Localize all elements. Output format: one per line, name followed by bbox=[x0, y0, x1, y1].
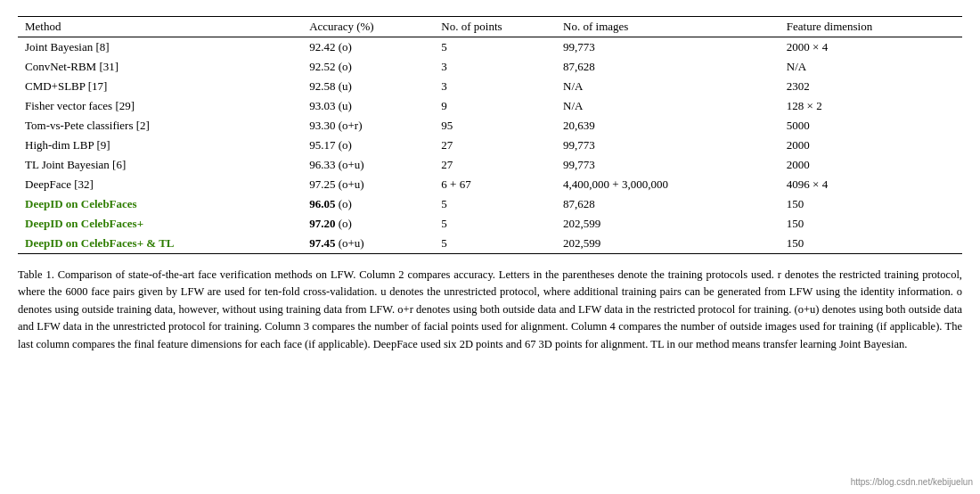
cell-accuracy: 93.30 (o+r) bbox=[302, 116, 434, 136]
cell-images: 99,773 bbox=[556, 155, 780, 175]
cell-accuracy: 97.25 (o+u) bbox=[302, 175, 434, 194]
cell-feature: 4096 × 4 bbox=[780, 175, 962, 194]
cell-images: 87,628 bbox=[556, 57, 780, 77]
table-row: CMD+SLBP [17]92.58 (u)3N/A2302 bbox=[18, 77, 962, 96]
cell-points: 5 bbox=[434, 194, 556, 214]
cell-points: 5 bbox=[434, 234, 556, 254]
cell-images: 87,628 bbox=[556, 194, 780, 214]
cell-method: TL Joint Bayesian [6] bbox=[18, 155, 302, 175]
cell-points: 3 bbox=[434, 57, 556, 77]
cell-method: Tom-vs-Pete classifiers [2] bbox=[18, 116, 302, 136]
table-row: Fisher vector faces [29]93.03 (u)9N/A128… bbox=[18, 96, 962, 116]
table-row: ConvNet-RBM [31]92.52 (o)387,628N/A bbox=[18, 57, 962, 77]
cell-images: 202,599 bbox=[556, 214, 780, 234]
header-points: No. of points bbox=[434, 17, 556, 37]
header-method: Method bbox=[18, 17, 302, 37]
cell-method: Fisher vector faces [29] bbox=[18, 96, 302, 116]
cell-method: ConvNet-RBM [31] bbox=[18, 57, 302, 77]
comparison-table-wrapper: Method Accuracy (%) No. of points No. of… bbox=[18, 16, 962, 254]
cell-method: High-dim LBP [9] bbox=[18, 136, 302, 155]
cell-images: 4,400,000 + 3,000,000 bbox=[556, 175, 780, 194]
cell-method: Joint Bayesian [8] bbox=[18, 37, 302, 58]
table-row: DeepID on CelebFaces+ & TL97.45 (o+u)520… bbox=[18, 234, 962, 254]
cell-accuracy: 97.20 (o) bbox=[302, 214, 434, 234]
cell-points: 9 bbox=[434, 96, 556, 116]
cell-points: 3 bbox=[434, 77, 556, 96]
cell-method: DeepFace [32] bbox=[18, 175, 302, 194]
cell-feature: N/A bbox=[780, 57, 962, 77]
cell-feature: 2000 bbox=[780, 136, 962, 155]
cell-feature: 150 bbox=[780, 214, 962, 234]
cell-accuracy: 92.42 (o) bbox=[302, 37, 434, 58]
cell-accuracy: 92.58 (u) bbox=[302, 77, 434, 96]
cell-accuracy: 96.05 (o) bbox=[302, 194, 434, 214]
table-row: DeepID on CelebFaces96.05 (o)587,628150 bbox=[18, 194, 962, 214]
table-row: DeepFace [32]97.25 (o+u)6 + 674,400,000 … bbox=[18, 175, 962, 194]
table-caption: Table 1. Comparison of state-of-the-art … bbox=[18, 267, 962, 353]
cell-accuracy: 96.33 (o+u) bbox=[302, 155, 434, 175]
table-row: DeepID on CelebFaces+97.20 (o)5202,59915… bbox=[18, 214, 962, 234]
cell-points: 27 bbox=[434, 136, 556, 155]
cell-points: 27 bbox=[434, 155, 556, 175]
header-accuracy: Accuracy (%) bbox=[302, 17, 434, 37]
cell-images: 20,639 bbox=[556, 116, 780, 136]
caption-text: Table 1. Comparison of state-of-the-art … bbox=[18, 268, 962, 350]
header-feature: Feature dimension bbox=[780, 17, 962, 37]
cell-feature: 2000 × 4 bbox=[780, 37, 962, 58]
watermark: https://blog.csdn.net/kebijuelun bbox=[851, 477, 973, 487]
cell-images: 99,773 bbox=[556, 37, 780, 58]
cell-accuracy: 92.52 (o) bbox=[302, 57, 434, 77]
cell-feature: 150 bbox=[780, 234, 962, 254]
cell-accuracy: 95.17 (o) bbox=[302, 136, 434, 155]
cell-points: 6 + 67 bbox=[434, 175, 556, 194]
cell-feature: 5000 bbox=[780, 116, 962, 136]
cell-images: N/A bbox=[556, 77, 780, 96]
cell-feature: 2302 bbox=[780, 77, 962, 96]
cell-points: 5 bbox=[434, 214, 556, 234]
table-row: High-dim LBP [9]95.17 (o)2799,7732000 bbox=[18, 136, 962, 155]
cell-method: DeepID on CelebFaces+ bbox=[18, 214, 302, 234]
cell-method: CMD+SLBP [17] bbox=[18, 77, 302, 96]
comparison-table: Method Accuracy (%) No. of points No. of… bbox=[18, 16, 962, 254]
cell-points: 5 bbox=[434, 37, 556, 58]
header-images: No. of images bbox=[556, 17, 780, 37]
table-header-row: Method Accuracy (%) No. of points No. of… bbox=[18, 17, 962, 37]
cell-method: DeepID on CelebFaces bbox=[18, 194, 302, 214]
cell-images: 99,773 bbox=[556, 136, 780, 155]
cell-feature: 2000 bbox=[780, 155, 962, 175]
cell-accuracy: 97.45 (o+u) bbox=[302, 234, 434, 254]
table-row: Joint Bayesian [8]92.42 (o)599,7732000 ×… bbox=[18, 37, 962, 58]
table-row: TL Joint Bayesian [6]96.33 (o+u)2799,773… bbox=[18, 155, 962, 175]
cell-images: N/A bbox=[556, 96, 780, 116]
cell-method: DeepID on CelebFaces+ & TL bbox=[18, 234, 302, 254]
cell-points: 95 bbox=[434, 116, 556, 136]
cell-feature: 150 bbox=[780, 194, 962, 214]
cell-feature: 128 × 2 bbox=[780, 96, 962, 116]
cell-accuracy: 93.03 (u) bbox=[302, 96, 434, 116]
table-row: Tom-vs-Pete classifiers [2]93.30 (o+r)95… bbox=[18, 116, 962, 136]
cell-images: 202,599 bbox=[556, 234, 780, 254]
